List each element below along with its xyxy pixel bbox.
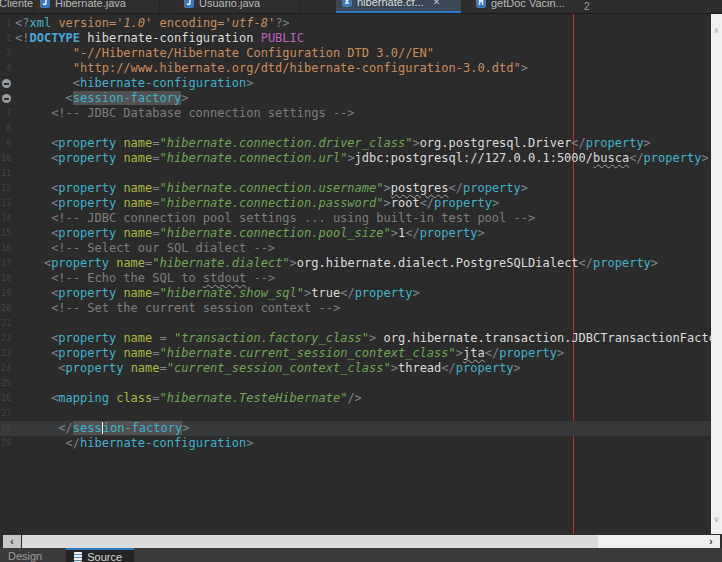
line-number: 19 <box>0 286 15 301</box>
view-switch-bar: DesignSource <box>0 548 722 562</box>
line-number: 28 <box>0 421 15 436</box>
view-tab-label: Source <box>87 551 122 562</box>
java-file-icon: J <box>184 0 194 8</box>
line-number: 4 <box>0 61 15 76</box>
code-line[interactable]: 27 <box>0 406 722 421</box>
editor-tab[interactable]: MgetDoc Vacin... <box>470 0 588 14</box>
line-number: 10 <box>0 151 15 166</box>
editor-tab[interactable]: JCliente.java <box>0 0 34 14</box>
code-editor[interactable]: 1<?xml version='1.0' encoding='utf-8'?>2… <box>0 14 722 534</box>
fold-collapse-icon[interactable] <box>2 94 11 103</box>
tab-label: Cliente.java <box>0 0 34 9</box>
code-line[interactable]: <session-factory> <box>0 91 722 106</box>
code-line[interactable]: 21 <box>0 316 722 331</box>
code-line[interactable]: 20 <!-- Set the current session context … <box>0 301 722 316</box>
code-line-text: <property name="hibernate.connection.dri… <box>15 136 651 151</box>
code-line[interactable]: 1<?xml version='1.0' encoding='utf-8'?> <box>0 16 722 31</box>
horizontal-scrollbar-thumb[interactable] <box>22 535 598 548</box>
line-number: 11 <box>0 166 15 181</box>
code-line[interactable]: 13 <property name="hibernate.connection.… <box>0 196 722 211</box>
code-line[interactable]: 2<!DOCTYPE hibernate-configuration PUBLI… <box>0 31 722 46</box>
view-tab-source[interactable]: Source <box>66 548 134 562</box>
line-number: 13 <box>0 196 15 211</box>
line-number: 2 <box>0 31 15 46</box>
line-number: 7 <box>0 106 15 121</box>
editor-tab-bar: JCliente.javaJHibernate.javaJUsuario.jav… <box>0 0 722 14</box>
code-line[interactable]: 7 <!-- JDBC Database connection settings… <box>0 106 722 121</box>
code-line[interactable]: 23 <property name="hibernate.current_ses… <box>0 346 722 361</box>
line-number: 25 <box>0 376 15 391</box>
code-line-text: <!-- JDBC Database connection settings -… <box>15 106 355 121</box>
line-number: 15 <box>0 226 15 241</box>
java-file-icon: J <box>40 0 50 8</box>
line-number: 27 <box>0 406 15 421</box>
line-number: 29 <box>0 436 15 451</box>
code-line-text: <mapping class="hibernate.TesteHibernate… <box>15 391 362 406</box>
code-line-text: "-//Hibernate/Hibernate Configuration DT… <box>15 46 434 61</box>
gutter-cell <box>0 91 15 106</box>
code-line-text: <property name="current_session_context_… <box>15 361 521 376</box>
code-line-text: "http://www.hibernate.org/dtd/hibernate-… <box>15 61 528 76</box>
code-line-text: <property name="hibernate.current_sessio… <box>15 346 564 361</box>
close-icon[interactable]: ✕ <box>433 0 441 7</box>
code-line[interactable]: 10 <property name="hibernate.connection.… <box>0 151 722 166</box>
code-line[interactable]: 25 <box>0 376 722 391</box>
code-line[interactable]: 9 <property name="hibernate.connection.d… <box>0 136 722 151</box>
line-number: 24 <box>0 361 15 376</box>
code-line[interactable]: 3 "-//Hibernate/Hibernate Configuration … <box>0 46 722 61</box>
scroll-up-icon[interactable]: ∧ <box>711 26 722 35</box>
fold-collapse-icon[interactable] <box>2 79 11 88</box>
code-line[interactable]: 11 <box>0 166 722 181</box>
line-number: 18 <box>0 271 15 286</box>
code-line[interactable]: 29 </hibernate-configuration> <box>0 436 722 451</box>
scroll-left-icon[interactable]: ‹ <box>3 535 21 548</box>
horizontal-scrollbar-track[interactable] <box>598 535 702 548</box>
line-number: 9 <box>0 136 15 151</box>
horizontal-scrollbar[interactable]: ‹ › <box>0 534 722 548</box>
vertical-scrollbar[interactable]: ∧ ∨ <box>711 14 722 534</box>
line-number: 12 <box>0 181 15 196</box>
code-line[interactable]: 16 <!-- Select our SQL dialect --> <box>0 241 722 256</box>
code-line-text: <!DOCTYPE hibernate-configuration PUBLIC <box>15 31 304 46</box>
code-line[interactable]: 22 <property name = "transaction.factory… <box>0 331 722 346</box>
code-line-text: <session-factory> <box>15 91 188 106</box>
xml-file-icon: x <box>342 0 352 7</box>
code-line-text: <property name="hibernate.connection.pas… <box>15 196 499 211</box>
tab-bar-tabs: JCliente.javaJHibernate.javaJUsuario.jav… <box>0 0 722 14</box>
line-number: 23 <box>0 346 15 361</box>
code-line[interactable]: <hibernate-configuration> <box>0 76 722 91</box>
code-line[interactable]: 4 "http://www.hibernate.org/dtd/hibernat… <box>0 61 722 76</box>
code-line[interactable]: 26 <mapping class="hibernate.TesteHibern… <box>0 391 722 406</box>
code-line-text: <property name="hibernate.connection.use… <box>15 181 528 196</box>
code-line[interactable]: 12 <property name="hibernate.connection.… <box>0 181 722 196</box>
code-area[interactable]: 1<?xml version='1.0' encoding='utf-8'?>2… <box>0 16 722 451</box>
code-line-text: <property name="hibernate.connection.url… <box>15 151 709 166</box>
view-tab-design[interactable]: Design <box>6 548 52 562</box>
tab-label: hibernate.cf... <box>357 0 424 8</box>
editor-tab[interactable]: JUsuario.java <box>178 0 300 14</box>
tab-label: Hibernate.java <box>55 0 126 9</box>
code-line[interactable]: 18 <!-- Echo the SQL to stdout --> <box>0 271 722 286</box>
code-line[interactable]: 24 <property name="current_session_conte… <box>0 361 722 376</box>
scroll-right-icon[interactable]: › <box>702 535 720 548</box>
code-line[interactable]: 28 </session-factory> <box>0 421 722 436</box>
code-line-text: </hibernate-configuration> <box>15 436 253 451</box>
line-number: 1 <box>0 16 15 31</box>
scroll-down-icon[interactable]: ∨ <box>711 515 722 524</box>
ide-window: JCliente.javaJHibernate.javaJUsuario.jav… <box>0 0 722 562</box>
editor-tab[interactable]: xhibernate.cf...✕ <box>336 0 462 14</box>
editor-tab[interactable]: JHibernate.java <box>34 0 160 14</box>
line-number: 20 <box>0 301 15 316</box>
line-number: 14 <box>0 211 15 226</box>
code-line[interactable]: 19 <property name="hibernate.show_sql">t… <box>0 286 722 301</box>
gutter-cell <box>0 76 15 91</box>
code-line-text: <!-- Select our SQL dialect --> <box>15 241 275 256</box>
code-line[interactable]: 17 <property name="hibernate.dialect">or… <box>0 256 722 271</box>
line-number: 21 <box>0 316 15 331</box>
code-line-text: <!-- Set the current session context --> <box>15 301 340 316</box>
code-line[interactable]: 14 <!-- JDBC connection pool settings ..… <box>0 211 722 226</box>
line-number: 22 <box>0 331 15 346</box>
code-line[interactable]: 15 <property name="hibernate.connection.… <box>0 226 722 241</box>
code-line-text: </session-factory> <box>15 421 189 436</box>
code-line[interactable]: 8 <box>0 121 722 136</box>
